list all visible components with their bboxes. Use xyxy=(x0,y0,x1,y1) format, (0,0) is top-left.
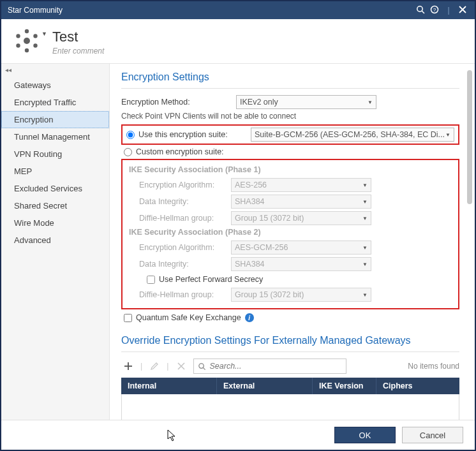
info-icon[interactable]: i xyxy=(245,313,254,322)
collapse-handle-icon[interactable]: ◂◂ xyxy=(5,66,11,73)
cancel-button[interactable]: Cancel xyxy=(402,427,463,443)
svg-point-7 xyxy=(25,29,29,33)
encryption-method-value: IKEv2 only xyxy=(240,98,278,107)
use-suite-label: Use this encryption suite: xyxy=(138,130,251,139)
encryption-method-label: Encryption Method: xyxy=(121,98,236,107)
help-icon[interactable]: ? xyxy=(428,5,442,16)
pfs-label: Use Perfect Forward Secrecy xyxy=(159,275,263,284)
svg-point-9 xyxy=(16,34,20,38)
header: ▼ Test Enter comment xyxy=(1,19,475,63)
sidebar-item-excluded-services[interactable]: Excluded Services xyxy=(1,180,109,197)
phase1-dh-dropdown: Group 15 (3072 bit) ▼ xyxy=(231,211,371,225)
svg-line-1 xyxy=(422,11,424,13)
override-search-input[interactable] xyxy=(209,361,342,371)
chevron-down-icon: ▼ xyxy=(362,292,368,298)
scrollbar-thumb[interactable] xyxy=(467,70,472,204)
phase2-data-int-label: Data Integrity: xyxy=(129,260,231,269)
col-ciphers[interactable]: Ciphers xyxy=(376,378,459,394)
sidebar-item-encryption[interactable]: Encryption xyxy=(1,111,109,128)
phase2-dh-label: Diffie-Hellman group: xyxy=(129,290,231,299)
sidebar-item-gateways[interactable]: Gateways xyxy=(1,77,109,94)
scrollbar[interactable] xyxy=(467,70,472,413)
custom-suite-label: Custom encryption suite: xyxy=(136,147,224,156)
phase1-dh-label: Diffie-Hellman group: xyxy=(129,214,231,223)
cursor-icon xyxy=(167,429,177,442)
col-ike-version[interactable]: IKE Version xyxy=(313,378,376,394)
sidebar-item-mep[interactable]: MEP xyxy=(1,163,109,180)
title-bar: Star Community ? | xyxy=(1,1,475,19)
search-icon[interactable] xyxy=(413,5,428,16)
section-title-encryption: Encryption Settings xyxy=(121,71,459,83)
phase2-enc-alg-dropdown: AES-GCM-256 ▼ xyxy=(231,240,371,255)
svg-point-8 xyxy=(25,48,29,52)
svg-point-10 xyxy=(33,34,37,38)
custom-suite-radio[interactable] xyxy=(124,148,132,156)
use-suite-row: Use this encryption suite: Suite-B-GCM-2… xyxy=(121,124,459,145)
phase2-data-int-dropdown: SHA384 ▼ xyxy=(231,257,371,271)
delete-button xyxy=(174,359,188,373)
use-suite-radio[interactable] xyxy=(126,131,135,139)
svg-point-0 xyxy=(417,6,422,11)
custom-suite-panel: IKE Security Association (Phase 1) Encry… xyxy=(121,159,459,309)
encryption-suite-value: Suite-B-GCM-256 (AES-GCM-256, SHA-384, E… xyxy=(255,130,445,139)
sidebar-item-tunnel-management[interactable]: Tunnel Management xyxy=(1,128,109,145)
phase2-enc-alg-label: Encryption Algorithm: xyxy=(129,243,231,252)
sidebar-item-encrypted-traffic[interactable]: Encrypted Traffic xyxy=(1,94,109,111)
chevron-down-icon: ▼ xyxy=(362,262,368,267)
override-toolbar: | | No items found xyxy=(121,359,459,374)
sidebar-item-vpn-routing[interactable]: VPN Routing xyxy=(1,145,109,163)
phase1-enc-alg-label: Encryption Algorithm: xyxy=(129,181,231,189)
encryption-method-dropdown[interactable]: IKEv2 only ▼ xyxy=(236,95,376,109)
quantum-safe-checkbox[interactable] xyxy=(124,314,132,322)
phase1-title: IKE Security Association (Phase 1) xyxy=(129,165,453,174)
chevron-down-icon: ▼ xyxy=(362,245,368,251)
section-title-override: Override Encryption Settings For Externa… xyxy=(121,335,459,346)
edit-button xyxy=(147,359,161,373)
community-icon[interactable]: ▼ xyxy=(13,27,41,57)
phase1-data-int-dropdown: SHA384 ▼ xyxy=(231,195,371,209)
chevron-down-icon: ▼ xyxy=(362,182,368,188)
phase1-enc-alg-dropdown: AES-256 ▼ xyxy=(231,178,371,192)
svg-line-18 xyxy=(203,367,205,369)
close-icon[interactable] xyxy=(456,6,470,15)
page-subtitle[interactable]: Enter comment xyxy=(52,47,104,55)
encryption-suite-dropdown[interactable]: Suite-B-GCM-256 (AES-GCM-256, SHA-384, E… xyxy=(251,128,454,142)
chevron-down-icon: ▼ xyxy=(362,216,368,221)
window-title: Star Community xyxy=(8,6,413,15)
add-button[interactable] xyxy=(121,359,135,373)
col-internal[interactable]: Internal xyxy=(121,378,217,394)
divider: | xyxy=(442,6,456,15)
col-external[interactable]: External xyxy=(217,378,313,394)
phase2-dh-dropdown: Group 15 (3072 bit) ▼ xyxy=(231,288,371,302)
footer: OK Cancel xyxy=(1,420,475,450)
page-title[interactable]: Test xyxy=(52,29,104,45)
quantum-safe-label: Quantum Safe Key Exchange xyxy=(136,313,241,322)
sidebar-item-advanced[interactable]: Advanced xyxy=(1,232,109,249)
svg-point-6 xyxy=(24,38,30,44)
sidebar: ◂◂ Gateways Encrypted Traffic Encryption… xyxy=(1,64,110,420)
chevron-down-icon[interactable]: ▼ xyxy=(41,31,47,37)
svg-point-17 xyxy=(198,363,203,367)
override-search[interactable] xyxy=(193,359,346,374)
svg-point-11 xyxy=(16,43,20,47)
phase1-data-int-label: Data Integrity: xyxy=(129,197,231,206)
override-grid-header: Internal External IKE Version Ciphers xyxy=(121,378,459,394)
vpn-client-warning: Check Point VPN Clients will not be able… xyxy=(121,112,459,121)
sidebar-item-wire-mode[interactable]: Wire Mode xyxy=(1,214,109,232)
override-grid-body xyxy=(121,394,459,420)
content-pane: Encryption Settings Encryption Method: I… xyxy=(110,64,475,420)
main-area: ◂◂ Gateways Encrypted Traffic Encryption… xyxy=(1,63,475,420)
chevron-down-icon: ▼ xyxy=(445,132,450,138)
chevron-down-icon: ▼ xyxy=(362,199,368,205)
svg-point-12 xyxy=(33,43,37,47)
svg-text:?: ? xyxy=(433,7,436,13)
no-items-label: No items found xyxy=(408,362,459,371)
chevron-down-icon: ▼ xyxy=(368,100,373,105)
ok-button[interactable]: OK xyxy=(334,427,396,443)
sidebar-item-shared-secret[interactable]: Shared Secret xyxy=(1,197,109,214)
pfs-checkbox xyxy=(147,276,155,284)
phase2-title: IKE Security Association (Phase 2) xyxy=(129,228,453,237)
